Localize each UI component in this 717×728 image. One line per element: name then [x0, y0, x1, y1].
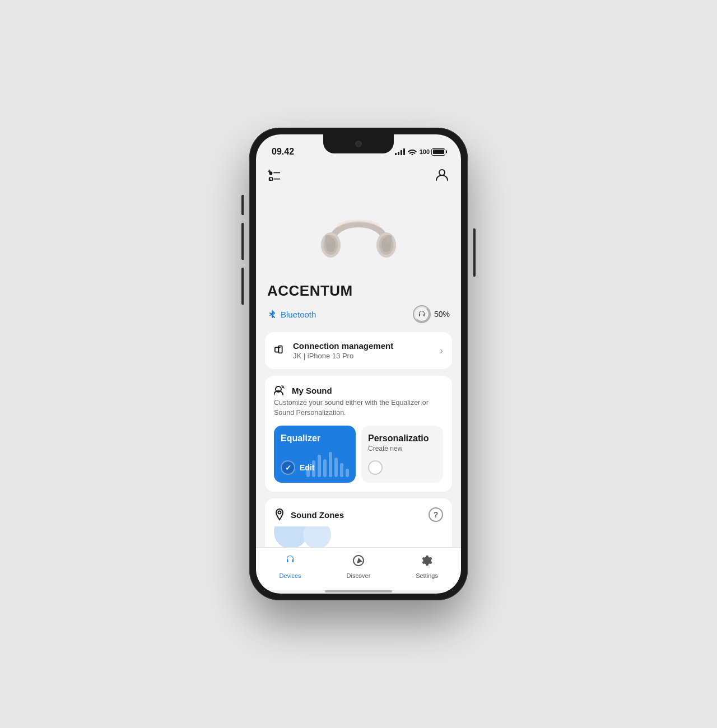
personalization-sublabel: Create new	[368, 445, 436, 452]
add-list-icon	[267, 169, 282, 183]
personalization-label: Personalizatio	[368, 433, 436, 444]
headphone-battery-icon	[413, 305, 431, 323]
profile-icon	[434, 167, 450, 183]
silent-button[interactable]	[241, 268, 244, 305]
connection-card-left: Connection management JK | iPhone 13 Pro	[274, 341, 393, 360]
svg-rect-16	[325, 235, 331, 243]
front-camera	[355, 141, 362, 147]
devices-tab-icon	[283, 553, 297, 570]
add-list-button[interactable]	[267, 169, 282, 183]
connection-management-card[interactable]: Connection management JK | iPhone 13 Pro…	[265, 332, 452, 369]
zone-bubble-2	[303, 526, 331, 547]
battery-ring-icon	[413, 305, 431, 323]
equalizer-label: Equalizer	[281, 433, 349, 444]
equalizer-edit-label: Edit	[300, 463, 314, 472]
chevron-right-icon: ›	[440, 345, 443, 357]
help-button[interactable]: ?	[429, 507, 443, 522]
discover-tab-icon	[351, 553, 366, 570]
connection-management-icon	[274, 343, 286, 358]
sound-zones-title: Sound Zones	[291, 510, 344, 520]
personalization-radio[interactable]	[368, 460, 383, 475]
headphone-battery: 50%	[413, 305, 450, 323]
battery-icon: 100	[420, 148, 445, 156]
zones-left: Sound Zones	[274, 508, 344, 521]
volume-up-button[interactable]	[241, 195, 244, 215]
tab-discover[interactable]: Discover	[324, 553, 393, 579]
status-icons: 100	[395, 148, 445, 156]
settings-tab-icon	[420, 553, 434, 570]
zone-bubble-1	[274, 526, 308, 547]
home-bar[interactable]	[325, 590, 392, 592]
sound-zones-card[interactable]: Sound Zones ?	[265, 498, 452, 547]
battery-percent-label: 50%	[434, 310, 450, 319]
tab-bar: Devices Discover Setting	[256, 547, 461, 590]
connection-text: Connection management JK | iPhone 13 Pro	[293, 341, 393, 360]
cards-container: Connection management JK | iPhone 13 Pro…	[256, 332, 461, 547]
profile-button[interactable]	[434, 167, 450, 185]
svg-point-9	[439, 170, 445, 175]
tab-devices[interactable]: Devices	[256, 553, 324, 579]
equalizer-check-circle: ✓	[281, 460, 295, 475]
location-pin-icon	[274, 508, 285, 521]
app-content: ACCENTUM Bluetooth	[256, 162, 461, 547]
wifi-icon	[408, 148, 417, 155]
phone-frame: 09.42 100	[249, 128, 468, 600]
tab-settings[interactable]: Settings	[393, 553, 461, 579]
svg-rect-23	[278, 346, 282, 353]
equalizer-bottom: ✓ Edit	[281, 460, 349, 475]
connection-status-row: Bluetooth 50%	[256, 305, 461, 332]
svg-point-34	[278, 511, 281, 514]
home-indicator	[256, 590, 461, 594]
status-time: 09.42	[272, 147, 294, 157]
headphones-svg	[314, 193, 403, 279]
sound-card-title: My Sound	[292, 386, 332, 395]
phone-screen: 09.42 100	[256, 134, 461, 594]
bluetooth-label: Bluetooth	[281, 310, 316, 319]
sound-zones-header: Sound Zones ?	[274, 507, 443, 526]
svg-rect-36	[292, 560, 294, 562]
check-mark-icon: ✓	[285, 464, 291, 472]
devices-tab-label: Devices	[279, 572, 301, 579]
svg-rect-35	[287, 560, 288, 562]
signal-icon	[395, 148, 405, 155]
equalizer-button[interactable]: Equalizer	[274, 426, 356, 483]
settings-tab-label: Settings	[416, 572, 438, 579]
device-name: ACCENTUM	[256, 282, 461, 305]
my-sound-card: My Sound Customize your sound either wit…	[265, 376, 452, 492]
volume-down-button[interactable]	[241, 223, 244, 260]
bluetooth-badge: Bluetooth	[267, 309, 316, 319]
notch	[323, 134, 394, 153]
svg-rect-22	[275, 347, 278, 352]
discover-tab-label: Discover	[347, 572, 371, 579]
connection-title: Connection management	[293, 341, 393, 351]
my-sound-icon	[274, 385, 286, 396]
power-button[interactable]	[473, 228, 476, 277]
headphones-image	[256, 187, 461, 282]
bluetooth-symbol-icon	[267, 309, 277, 319]
connection-subtitle: JK | iPhone 13 Pro	[293, 352, 393, 360]
zones-visual	[274, 526, 443, 547]
zones-text: Sound Zones	[291, 510, 344, 520]
sound-card-description: Customize your sound either with the Equ…	[274, 398, 443, 418]
svg-rect-17	[387, 235, 392, 243]
sound-card-header: My Sound	[274, 385, 443, 396]
top-navigation	[256, 162, 461, 187]
sound-options: Equalizer	[274, 426, 443, 483]
personalization-button[interactable]: Personalizatio Create new	[361, 426, 443, 483]
